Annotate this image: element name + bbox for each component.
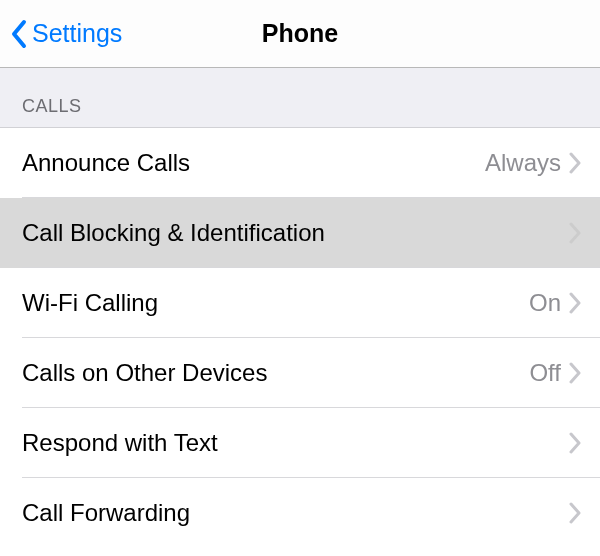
back-label: Settings xyxy=(32,19,122,48)
row-call-blocking-identification[interactable]: Call Blocking & Identification xyxy=(0,198,600,268)
chevron-right-icon xyxy=(569,362,582,384)
chevron-right-icon xyxy=(569,292,582,314)
row-wifi-calling[interactable]: Wi-Fi Calling On xyxy=(0,268,600,338)
chevron-right-icon xyxy=(569,222,582,244)
chevron-right-icon xyxy=(569,502,582,524)
back-button[interactable]: Settings xyxy=(0,19,122,49)
row-label: Respond with Text xyxy=(22,429,561,457)
nav-bar: Settings Phone xyxy=(0,0,600,68)
section-header-calls: CALLS xyxy=(0,68,600,128)
row-label: Calls on Other Devices xyxy=(22,359,529,387)
row-value: Always xyxy=(485,149,561,177)
row-call-forwarding[interactable]: Call Forwarding xyxy=(0,478,600,548)
row-label: Call Forwarding xyxy=(22,499,561,527)
row-respond-with-text[interactable]: Respond with Text xyxy=(0,408,600,478)
chevron-right-icon xyxy=(569,432,582,454)
chevron-left-icon xyxy=(10,19,28,49)
chevron-right-icon xyxy=(569,152,582,174)
row-label: Wi-Fi Calling xyxy=(22,289,529,317)
row-calls-other-devices[interactable]: Calls on Other Devices Off xyxy=(0,338,600,408)
row-announce-calls[interactable]: Announce Calls Always xyxy=(0,128,600,198)
row-label: Call Blocking & Identification xyxy=(22,219,561,247)
row-value: Off xyxy=(529,359,561,387)
row-label: Announce Calls xyxy=(22,149,485,177)
row-value: On xyxy=(529,289,561,317)
